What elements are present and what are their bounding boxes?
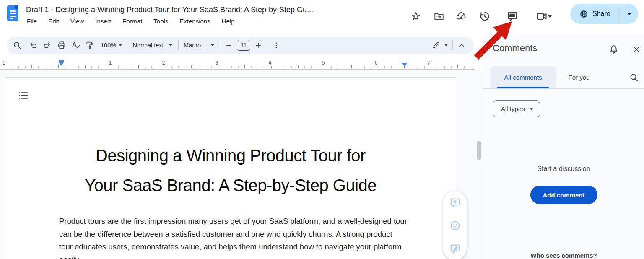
menu-help[interactable]: Help [222, 18, 235, 25]
share-options-caret[interactable] [620, 4, 638, 24]
tab-all-comments[interactable]: All comments [491, 66, 556, 88]
add-comment-bubble-icon [449, 197, 461, 208]
paint-format-button[interactable] [84, 39, 96, 52]
bell-icon [608, 44, 619, 55]
suggest-edit-bubble-icon [449, 243, 461, 254]
toolbar-divider [127, 40, 127, 50]
spelling-grammar-check-button[interactable] [70, 39, 82, 52]
font-family-select[interactable]: Manro... [181, 39, 217, 52]
show-outline-button[interactable] [16, 89, 30, 102]
document-status-button[interactable] [453, 8, 470, 25]
ruler-number: 7 [426, 60, 432, 66]
font-size-input[interactable]: 11 [237, 40, 250, 51]
inline-action-pill [443, 191, 467, 259]
google-docs-window: Draft 1 - Designing a Winning Product To… [0, 0, 644, 259]
undo-button[interactable] [27, 39, 39, 52]
redo-button[interactable] [41, 39, 54, 52]
toolbar-divider [220, 40, 220, 50]
ruler-number: 5 [321, 60, 326, 66]
folder-move-icon [434, 11, 444, 22]
move-to-folder-button[interactable] [431, 8, 447, 25]
document-page[interactable]: Designing a Winning Product Tour for You… [5, 77, 456, 259]
menu-format[interactable]: Format [122, 18, 143, 25]
video-camera-icon [536, 10, 548, 22]
comment-notifications-button[interactable] [605, 41, 622, 58]
show-comments-button[interactable] [504, 8, 521, 25]
tab-for-you[interactable]: For you [558, 66, 600, 88]
menu-extensions[interactable]: Extensions [179, 18, 210, 25]
document-heading-line2: Your SaaS Brand: A Step-by-Step Guide [5, 171, 456, 200]
comment-type-filter[interactable]: All types [493, 100, 540, 117]
vertical-scrollbar-thumb[interactable] [477, 141, 481, 160]
document-title[interactable]: Draft 1 - Designing a Winning Product To… [26, 5, 313, 14]
close-comments-panel-button[interactable] [628, 41, 644, 58]
paragraph-style-select[interactable]: Normal text [130, 39, 176, 52]
minus-icon [226, 42, 232, 49]
left-indent-marker[interactable] [59, 60, 64, 68]
comments-tabs: All comments For you [483, 66, 644, 89]
emoji-smiley-icon [449, 220, 461, 231]
google-docs-logo-icon[interactable] [7, 5, 18, 21]
undo-icon [29, 41, 38, 50]
join-call-button[interactable] [532, 8, 556, 25]
document-paragraph[interactable]: Product tours are the first impression m… [59, 215, 407, 259]
comments-panel-title: Comments [493, 43, 537, 54]
document-heading-line1: Designing a Winning Product Tour for [5, 141, 456, 171]
star-icon [410, 11, 421, 22]
share-button[interactable]: Share [570, 4, 620, 24]
search-icon [629, 73, 639, 83]
menu-file[interactable]: File [27, 18, 37, 25]
hide-menus-button[interactable] [455, 39, 468, 52]
chevron-up-icon [457, 41, 466, 49]
more-toolbar-options-button[interactable] [270, 39, 283, 52]
menu-edit[interactable]: Edit [48, 18, 59, 25]
filter-caret-icon [529, 108, 533, 110]
suggest-edits-button[interactable] [449, 243, 461, 254]
ruler-number: 1 [108, 60, 113, 66]
document-canvas: Designing a Winning Product Tour for You… [0, 70, 483, 259]
add-comment-inline-button[interactable] [449, 197, 461, 208]
print-button[interactable] [55, 39, 68, 52]
menu-bar: File Edit View Insert Format Tools Exten… [27, 18, 235, 25]
who-sees-comments-link[interactable]: Who sees comments? [483, 252, 644, 259]
tab-for-you-label: For you [569, 74, 590, 81]
title-action-icons [408, 8, 470, 25]
active-tab-indicator [497, 87, 549, 88]
comment-type-filter-label: All types [501, 105, 525, 112]
zoom-caret-icon [119, 44, 122, 47]
menu-view[interactable]: View [70, 18, 84, 25]
menu-insert[interactable]: Insert [95, 18, 111, 25]
add-emoji-reaction-button[interactable] [449, 220, 461, 231]
zoom-value: 100% [101, 42, 116, 49]
editing-mode-button[interactable] [430, 39, 450, 52]
share-button-group: Share [570, 4, 638, 24]
increase-font-size-button[interactable] [252, 39, 265, 52]
menu-tools[interactable]: Tools [153, 18, 168, 25]
right-indent-marker[interactable] [402, 63, 407, 67]
close-icon [632, 45, 641, 54]
format-toolbar: 100% Normal text Manro... 11 [7, 37, 474, 54]
header-bar: Draft 1 - Designing a Winning Product To… [0, 0, 644, 34]
zoom-select[interactable]: 100% [99, 39, 124, 52]
search-menus-button[interactable] [11, 39, 23, 52]
empty-state-heading: Start a discussion [483, 165, 644, 173]
version-history-icon [479, 10, 491, 22]
decrease-font-size-button[interactable] [223, 39, 235, 52]
share-button-label: Share [592, 10, 610, 18]
redo-icon [43, 41, 52, 50]
comments-icon [506, 10, 518, 22]
font-family-value: Manro... [184, 42, 206, 49]
join-call-caret-icon [548, 15, 552, 18]
comments-panel: Comments All comments For you All types … [483, 34, 644, 259]
ruler-number: 2 [161, 60, 166, 66]
document-heading[interactable]: Designing a Winning Product Tour for You… [5, 141, 456, 200]
cloud-saved-icon [455, 10, 467, 22]
toolbar-divider [178, 40, 179, 50]
search-comments-button[interactable] [626, 69, 642, 86]
toolbar-divider [452, 40, 453, 50]
star-button[interactable] [408, 8, 424, 25]
kebab-menu-icon [273, 41, 280, 49]
version-history-button[interactable] [476, 8, 493, 25]
add-comment-button[interactable]: Add comment [530, 186, 597, 204]
spellcheck-icon [71, 41, 80, 50]
